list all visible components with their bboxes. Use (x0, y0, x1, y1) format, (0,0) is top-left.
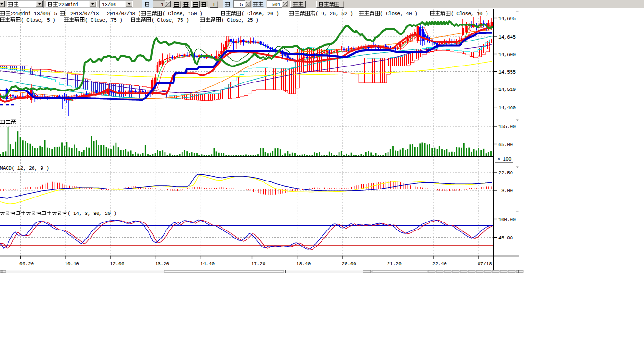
svg-text:18:40: 18:40 (296, 261, 311, 267)
svg-text:22:40: 22:40 (432, 261, 447, 267)
svg-text:45.00: 45.00 (498, 235, 513, 241)
svg-text:( Close, 20 ): ( Close, 20 ) (241, 11, 279, 16)
svg-text:14,695: 14,695 (498, 16, 516, 22)
svg-text:MACD( 12, 26, 9 ): MACD( 12, 26, 9 ) (0, 165, 49, 171)
svg-text:14,460: 14,460 (498, 105, 516, 111)
svg-text:( Close, 75 ): ( Close, 75 ) (151, 17, 189, 23)
svg-text:( Close, 25 ): ( Close, 25 ) (221, 17, 258, 23)
svg-text:× 100: × 100 (497, 156, 511, 162)
svg-text:20:00: 20:00 (342, 261, 356, 267)
svg-text:21:20: 21:20 (387, 261, 402, 267)
svg-text:14:40: 14:40 (200, 261, 215, 267)
svg-text:( Close, 150 ): ( Close, 150 ) (162, 11, 202, 16)
svg-text:225mini 13/09( 5: 225mini 13/09( 5 (11, 11, 57, 16)
svg-text:17:20: 17:20 (251, 261, 265, 267)
svg-text:1: 1 (161, 2, 164, 8)
svg-text:( 14, 3, 80, 20 ): ( 14, 3, 80, 20 ) (67, 211, 116, 216)
svg-text:( Close, 5 ): ( Close, 5 ) (21, 17, 55, 23)
svg-text:( Close, 10 ): ( Close, 10 ) (451, 11, 488, 16)
svg-text:-3.00: -3.00 (498, 188, 513, 194)
svg-text:5: 5 (240, 2, 243, 8)
svg-text:09:20: 09:20 (19, 261, 34, 267)
svg-text:10:40: 10:40 (65, 261, 79, 267)
svg-text:14,510: 14,510 (498, 87, 516, 92)
svg-text:( Close, 40 ): ( Close, 40 ) (380, 11, 417, 16)
svg-text:T: T (212, 2, 215, 8)
svg-text:13/09: 13/09 (102, 2, 116, 8)
svg-text:225mini: 225mini (58, 2, 79, 8)
svg-text:07/18: 07/18 (478, 261, 492, 267)
svg-text:, 2013/07/13 - 2013/07/18 ): , 2013/07/13 - 2013/07/18 ) (65, 11, 141, 16)
svg-text:100.00: 100.00 (498, 217, 516, 222)
svg-text:( 9, 26, 52 ): ( 9, 26, 52 ) (315, 11, 353, 16)
svg-text:14,600: 14,600 (498, 52, 516, 58)
svg-text:501: 501 (272, 2, 281, 8)
svg-text:155.00: 155.00 (498, 124, 516, 130)
svg-text:22.50: 22.50 (498, 170, 513, 176)
svg-text:14,555: 14,555 (498, 69, 516, 75)
svg-text:12:00: 12:00 (110, 261, 124, 267)
svg-text:14,645: 14,645 (498, 34, 516, 40)
svg-text:( Close, 75 ): ( Close, 75 ) (85, 17, 122, 23)
svg-text:13:20: 13:20 (155, 261, 169, 267)
svg-text:65.00: 65.00 (498, 142, 513, 148)
